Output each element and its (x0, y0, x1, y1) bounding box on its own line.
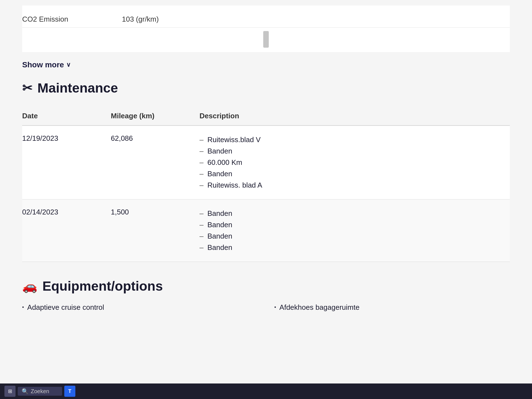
page-wrapper: CO2 Emission 103 (gr/km) Show more ∨ ✂ M… (0, 0, 532, 399)
windows-icon[interactable]: ⊞ (4, 386, 16, 397)
dash-icon: – (200, 209, 203, 218)
cell-date: 02/14/2023 (22, 200, 111, 262)
desc-text: Banden (207, 221, 232, 229)
equipment-item-right: • Afdekhoes bagageruimte (274, 302, 510, 313)
cell-date: 12/19/2023 (22, 126, 111, 200)
dash-icon: – (200, 243, 203, 252)
desc-text: Ruitewiss. blad A (207, 181, 262, 190)
cell-description: –Banden–Banden–Banden–Banden (200, 200, 510, 262)
table-row: 12/19/202362,086–Ruitewiss.blad V–Banden… (22, 126, 510, 200)
desc-text: Banden (207, 147, 232, 155)
desc-text: Banden (207, 243, 232, 252)
bullet-icon: • (22, 305, 24, 310)
co2-label: CO2 Emission (22, 15, 122, 24)
dash-icon: – (200, 181, 203, 190)
search-label: Zoeken (31, 388, 49, 395)
equipment-item-left: • Adaptieve cruise control (22, 302, 258, 313)
maintenance-section: ✂ Maintenance Date Mileage (km) Descript… (22, 80, 510, 262)
equipment-items: • Adaptieve cruise control • Afdekhoes b… (22, 302, 510, 313)
show-more-label: Show more (22, 60, 64, 69)
bullet-icon: • (274, 305, 276, 310)
show-more-button[interactable]: Show more ∨ (22, 60, 71, 69)
list-item: –Ruitewiss. blad A (200, 180, 510, 191)
desc-text: 60.000 Km (207, 158, 242, 167)
desc-text: Ruitewiss.blad V (207, 135, 260, 144)
dash-icon: – (200, 147, 203, 155)
cell-description: –Ruitewiss.blad V–Banden–60.000 Km–Bande… (200, 126, 510, 200)
list-item: –Banden (200, 231, 510, 242)
taskbar-search[interactable]: 🔍 Zoeken (18, 387, 62, 396)
list-item: –Banden (200, 242, 510, 253)
maintenance-title: ✂ Maintenance (22, 80, 510, 96)
table-header-row: Date Mileage (km) Description (22, 107, 510, 126)
col-description: Description (200, 107, 510, 126)
equipment-title: 🚗 Equipment/options (22, 278, 510, 294)
equipment-title-text: Equipment/options (42, 278, 163, 294)
equipment-item-label: Afdekhoes bagageruimte (279, 303, 359, 312)
equipment-section: 🚗 Equipment/options • Adaptieve cruise c… (22, 278, 510, 313)
co2-value: 103 (gr/km) (122, 15, 159, 24)
teams-icon[interactable]: T (64, 386, 75, 397)
dash-icon: – (200, 158, 203, 167)
wrench-icon: ✂ (22, 81, 32, 95)
scrollbar[interactable] (263, 31, 269, 48)
list-item: –Banden (200, 208, 510, 219)
list-item: –Banden (200, 219, 510, 231)
search-icon: 🔍 (22, 388, 29, 395)
top-section: CO2 Emission 103 (gr/km) (22, 6, 510, 52)
list-item: –Banden (200, 168, 510, 180)
col-mileage: Mileage (km) (111, 107, 200, 126)
dash-icon: – (200, 170, 203, 178)
desc-text: Banden (207, 232, 232, 241)
maintenance-title-text: Maintenance (37, 80, 118, 96)
dash-icon: – (200, 135, 203, 144)
cell-mileage: 62,086 (111, 126, 200, 200)
co2-row: CO2 Emission 103 (gr/km) (22, 11, 510, 28)
list-item: –Ruitewiss.blad V (200, 134, 510, 145)
taskbar: ⊞ 🔍 Zoeken T (0, 383, 532, 399)
scrollbar-area (22, 29, 510, 49)
desc-text: Banden (207, 170, 232, 178)
car-icon: 🚗 (22, 279, 37, 293)
list-item: –Banden (200, 145, 510, 157)
col-date: Date (22, 107, 111, 126)
equipment-item-label: Adaptieve cruise control (27, 303, 104, 312)
dash-icon: – (200, 232, 203, 241)
chevron-down-icon: ∨ (66, 61, 71, 68)
list-item: –60.000 Km (200, 157, 510, 168)
desc-text: Banden (207, 209, 232, 218)
maintenance-table: Date Mileage (km) Description 12/19/2023… (22, 107, 510, 262)
dash-icon: – (200, 221, 203, 229)
cell-mileage: 1,500 (111, 200, 200, 262)
table-row: 02/14/20231,500–Banden–Banden–Banden–Ban… (22, 200, 510, 262)
